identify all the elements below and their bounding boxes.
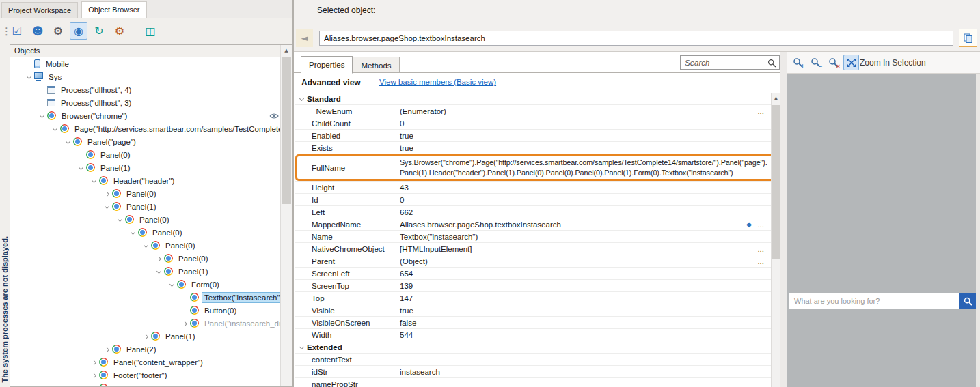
tree-item[interactable]: Panel(0) — [10, 187, 280, 200]
tree-item[interactable] — [10, 382, 280, 386]
tree-item[interactable]: Form(0) — [10, 278, 280, 291]
collapse-arrow-icon[interactable] — [154, 268, 164, 276]
tree-item[interactable]: Panel(1) — [10, 161, 280, 174]
property-row-visibleonscreen[interactable]: VisibleOnScreenfalse — [295, 317, 771, 329]
tree-item[interactable]: Page("http://services.smartbear.com/samp… — [10, 122, 280, 135]
ellipsis-button[interactable]: ... — [757, 218, 764, 231]
tree-item[interactable]: Header("header") — [10, 174, 280, 187]
tab-object-browser[interactable]: Object Browser — [81, 1, 146, 18]
expand-arrow-icon[interactable] — [89, 371, 99, 379]
property-row-name[interactable]: NameTextbox("instasearch") — [295, 231, 771, 243]
mapped-name-icon[interactable]: ◆ — [746, 218, 752, 231]
tree-item[interactable]: Process("dllhost", 4) — [10, 83, 280, 96]
basic-view-link[interactable]: View basic members (Basic view) — [379, 78, 496, 86]
zoom-in-icon[interactable]: + — [790, 55, 806, 70]
zoom-in-selection-icon[interactable] — [843, 55, 859, 70]
panel-layout-icon[interactable]: ◫ — [141, 22, 159, 40]
tree-item[interactable]: Panel(0) — [10, 213, 280, 226]
run-gear-icon[interactable]: ⚙ — [111, 22, 128, 40]
back-arrow-button[interactable]: ◄ — [296, 29, 313, 47]
collapse-arrow-icon[interactable] — [63, 138, 73, 146]
expand-arrow-icon[interactable] — [154, 255, 164, 263]
collapse-arrow-icon[interactable] — [115, 216, 125, 224]
search-input[interactable] — [681, 56, 779, 69]
zoom-cancel-icon[interactable]: × — [826, 55, 841, 70]
property-row-height[interactable]: Height43 — [295, 182, 771, 194]
expand-arrow-icon[interactable] — [141, 332, 151, 341]
collapse-arrow-icon[interactable] — [297, 95, 307, 103]
tree-item[interactable]: Panel(0) — [10, 148, 280, 161]
property-group-standard[interactable]: Standard — [295, 93, 771, 105]
property-row-mappedname[interactable]: MappedNameAliases.browser.pageShop.textb… — [295, 218, 771, 231]
people-gear-icon[interactable]: ☻ — [29, 22, 46, 40]
property-row-namepropstr[interactable]: namePropStr — [295, 378, 771, 387]
tab-methods[interactable]: Methods — [353, 57, 399, 73]
eye-icon[interactable]: ◉ — [70, 22, 87, 40]
toolbar-grip-handle[interactable]: ⋮ — [1, 21, 7, 42]
property-row-top[interactable]: Top147 — [295, 292, 771, 304]
ellipsis-button[interactable]: ... — [757, 243, 764, 255]
property-row-enabled[interactable]: Enabledtrue — [295, 130, 771, 142]
collapse-arrow-icon[interactable] — [76, 164, 86, 172]
visible-eye-icon[interactable] — [269, 113, 279, 121]
property-row-contenttext[interactable]: contentText — [295, 354, 771, 366]
property-row-idstr[interactable]: idStrinstasearch — [295, 366, 771, 378]
tree-item[interactable]: Panel(0) — [10, 252, 280, 265]
property-row-width[interactable]: Width544 — [295, 329, 771, 341]
expand-arrow-icon[interactable] — [102, 190, 112, 198]
tree-item[interactable]: Panel(2) — [10, 343, 280, 356]
copy-button[interactable] — [959, 29, 977, 47]
property-row-fullname[interactable]: FullNameSys.Browser("chrome").Page("http… — [295, 154, 771, 182]
scroll-up-arrow-icon[interactable]: ▲ — [772, 93, 780, 104]
collapse-arrow-icon[interactable] — [37, 112, 47, 120]
selected-object-input[interactable] — [319, 31, 953, 46]
tree-item[interactable]: Panel(1) — [10, 265, 280, 278]
collapse-arrow-icon[interactable] — [141, 242, 151, 250]
property-row-nativechromeobject[interactable]: NativeChromeObject[HTMLInputElement]... — [295, 243, 771, 255]
tree-item[interactable]: Button(0) — [10, 304, 280, 317]
collapse-arrow-icon[interactable] — [297, 343, 307, 352]
ellipsis-button[interactable]: ... — [757, 105, 764, 117]
tree-item[interactable]: Sys — [10, 70, 280, 83]
tree-item[interactable]: Browser("chrome") — [10, 109, 280, 122]
collapse-arrow-icon[interactable] — [50, 125, 60, 133]
tree-item[interactable]: Panel(1) — [10, 200, 280, 213]
collapse-arrow-icon[interactable] — [167, 281, 177, 289]
collapse-arrow-icon[interactable] — [128, 229, 138, 237]
checked-window-icon[interactable]: ☑ — [8, 22, 26, 40]
tree-item[interactable]: Textbox("instasearch") — [10, 291, 280, 304]
tree-item[interactable]: Panel("content_wrapper") — [10, 356, 280, 369]
tree-item[interactable]: Panel(0) — [10, 226, 280, 239]
zoom-out-icon[interactable]: − — [808, 55, 824, 70]
expand-arrow-icon[interactable] — [89, 358, 99, 367]
property-row-screenleft[interactable]: ScreenLeft654 — [295, 268, 771, 280]
property-row-visible[interactable]: Visibletrue — [295, 304, 771, 317]
tree-item[interactable]: Panel(0) — [10, 239, 280, 252]
property-row-parent[interactable]: Parent(Object)... — [295, 255, 771, 268]
collapse-arrow-icon[interactable] — [102, 203, 112, 211]
scroll-up-arrow-icon[interactable]: ▲ — [281, 45, 292, 56]
refresh-icon[interactable]: ↻ — [90, 22, 108, 40]
grid-scrollbar-thumb[interactable] — [772, 105, 780, 259]
property-row-left[interactable]: Left662 — [295, 206, 771, 218]
collapse-arrow-icon[interactable] — [89, 177, 99, 185]
tree-item[interactable]: Panel("instasearch_drop — [10, 317, 280, 330]
expand-arrow-icon[interactable] — [102, 345, 112, 354]
property-row-_newenum[interactable]: _NewEnum(Enumerator)... — [295, 105, 771, 117]
grid-scrollbar[interactable]: ▲ — [771, 93, 780, 387]
settings-gear-icon[interactable]: ⚙ — [49, 22, 67, 40]
tree-scrollbar[interactable]: ▲ — [280, 45, 292, 386]
tree-item[interactable]: Mobile — [10, 57, 280, 70]
expand-arrow-icon[interactable] — [180, 319, 190, 328]
tab-project-workspace[interactable]: Project Workspace — [1, 2, 78, 18]
tab-properties[interactable]: Properties — [301, 56, 353, 74]
ellipsis-button[interactable]: ... — [757, 255, 764, 268]
property-row-screentop[interactable]: ScreenTop139 — [295, 280, 771, 292]
tree-item[interactable]: Process("dllhost", 3) — [10, 96, 280, 109]
collapse-arrow-icon[interactable] — [24, 73, 34, 81]
property-row-exists[interactable]: Existstrue — [295, 142, 771, 154]
property-row-id[interactable]: Id0 — [295, 194, 771, 206]
tree-item[interactable]: Footer("footer") — [10, 369, 280, 382]
panel-splitter[interactable] — [780, 51, 787, 387]
tree-item[interactable]: Panel(1) — [10, 330, 280, 343]
